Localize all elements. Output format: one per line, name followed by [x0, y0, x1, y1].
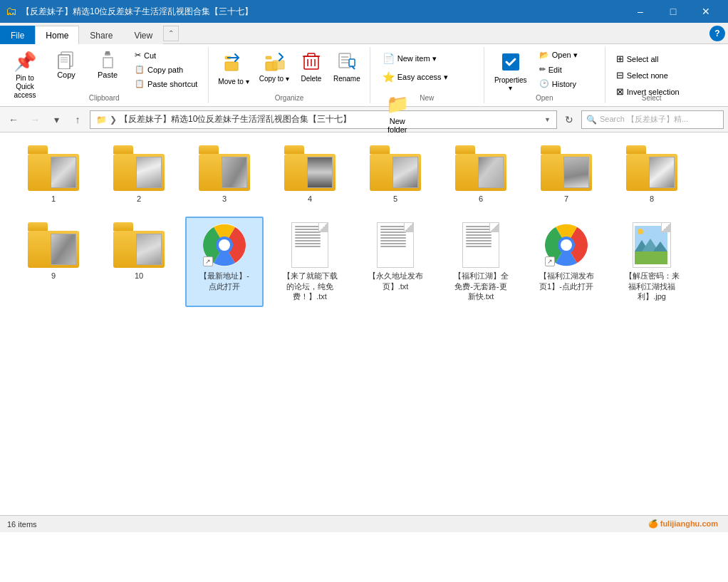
folder-icon-2 — [113, 145, 165, 191]
folder-name-1: 1 — [51, 194, 56, 204]
help-button[interactable]: ? — [709, 26, 725, 41]
svg-point-32 — [561, 239, 572, 251]
move-to-icon — [223, 51, 244, 76]
txt-file-2[interactable]: 【永久地址发布页】.txt — [356, 217, 435, 307]
paste-shortcut-button[interactable]: 📋 Paste shortcut — [130, 77, 202, 90]
minimize-button[interactable]: – — [624, 0, 657, 23]
ribbon-group-open: Properties ▾ 📂 Open ▾ ✏ Edit 🕑 History O… — [484, 47, 605, 103]
new-item-icon: 📄 — [383, 53, 395, 64]
properties-button[interactable]: Properties ▾ — [490, 47, 531, 95]
maximize-button[interactable]: □ — [657, 0, 690, 23]
easy-access-button[interactable]: ⭐ Easy access ▾ — [376, 68, 454, 85]
folder-item-8[interactable]: 8 — [613, 140, 691, 209]
folder-name-8: 8 — [650, 194, 654, 204]
txt-icon-1 — [291, 222, 328, 268]
folder-item-4[interactable]: 4 — [271, 140, 349, 209]
tab-file[interactable]: File — [0, 26, 35, 44]
copy-path-button[interactable]: 📋 Copy path — [130, 63, 202, 76]
paste-icon — [98, 51, 117, 69]
txt-icon-2 — [377, 222, 414, 268]
delete-icon — [302, 51, 321, 73]
cut-icon: ✂ — [135, 51, 141, 60]
ribbon: 📌 Pin to Quickaccess Copy Paste ✂ — [0, 44, 728, 107]
shortcut-arrow-icon: ↗ — [203, 256, 213, 266]
copy-label: Copy — [57, 71, 76, 79]
ribbon-group-select: ⊞ Select all ⊟ Select none ⊠ Invert sele… — [605, 47, 698, 103]
folder-item-1[interactable]: 1 — [14, 140, 93, 209]
select-all-button[interactable]: ⊞ Select all — [611, 51, 685, 66]
forward-button[interactable]: → — [26, 110, 44, 129]
edit-button[interactable]: ✏ Edit — [534, 63, 583, 76]
tab-home[interactable]: Home — [35, 26, 79, 44]
window-controls: – □ ✕ — [624, 0, 722, 23]
refresh-button[interactable]: ↻ — [560, 110, 578, 129]
tab-share[interactable]: Share — [79, 26, 123, 44]
cut-button[interactable]: ✂ Cut — [130, 48, 202, 62]
search-box[interactable]: 🔍 Search 【反差妹子】精... — [581, 110, 724, 129]
copy-button[interactable]: Copy — [47, 47, 85, 83]
close-button[interactable]: ✕ — [690, 0, 722, 23]
window-title: 【反差妹子】精选10位反差妹子生活淫乱视图合集【三十七】 — [21, 6, 624, 18]
address-path[interactable]: 📁 ❯ 【反差妹子】精选10位反差妹子生活淫乱视图合集【三十七】 ▼ — [90, 110, 557, 129]
tab-view[interactable]: View — [123, 26, 163, 44]
title-bar: 🗂 【反差妹子】精选10位反差妹子生活淫乱视图合集【三十七】 – □ ✕ — [0, 0, 728, 23]
paste-label: Paste — [98, 71, 118, 79]
status-bar: 16 items 🍊 fulijianghu.com — [0, 515, 728, 532]
history-button[interactable]: 🕑 History — [534, 77, 583, 90]
new-item-button[interactable]: 📄 New item ▾ — [376, 50, 454, 67]
folder-name-4: 4 — [308, 194, 312, 204]
folder-item-5[interactable]: 5 — [356, 140, 435, 209]
back-button[interactable]: ← — [4, 110, 23, 129]
folder-icon-6 — [455, 145, 506, 191]
select-label: Select — [605, 94, 698, 102]
ribbon-tab-bar: File Home Share View ⌃ ? — [0, 23, 728, 44]
search-icon: 🔍 — [586, 115, 597, 125]
folder-icon-7 — [541, 145, 592, 191]
up-button[interactable]: ↑ — [68, 110, 87, 129]
txt-file-3-name: 【福利江湖】全免费-无套路-更新快.txt — [454, 271, 509, 301]
folder-item-2[interactable]: 2 — [100, 140, 178, 209]
copy-path-icon: 📋 — [135, 65, 145, 74]
txt-file-3[interactable]: 【福利江湖】全免费-无套路-更新快.txt — [442, 217, 520, 307]
open-button[interactable]: 📂 Open ▾ — [534, 48, 583, 62]
txt-file-2-name: 【永久地址发布页】.txt — [368, 271, 423, 291]
jpg-file-1[interactable]: 【解压密码：来福利江湖找福利】.jpg — [613, 217, 691, 307]
txt-file-1[interactable]: 【来了就能下载的论坛，纯免费！】.txt — [271, 217, 349, 307]
file-area[interactable]: 1 2 3 4 5 — [0, 132, 728, 515]
folder-item-10[interactable]: 10 — [100, 217, 178, 307]
folder-icon-5 — [370, 145, 421, 191]
move-to-button[interactable]: Move to ▾ — [214, 47, 252, 88]
address-chevron: ❯ — [110, 115, 117, 125]
pin-icon: 📌 — [14, 51, 36, 73]
folder-icon-8 — [626, 145, 677, 191]
svg-rect-37 — [635, 251, 667, 264]
folder-item-7[interactable]: 7 — [527, 140, 605, 209]
folder-item-9[interactable]: 9 — [14, 217, 93, 307]
edit-icon: ✏ — [539, 65, 546, 74]
status-text: 16 items — [7, 520, 37, 529]
chrome-shortcut-1-name: 【最新地址】-点此打开 — [199, 271, 249, 291]
folder-item-3[interactable]: 3 — [185, 140, 264, 209]
easy-access-icon: ⭐ — [383, 71, 395, 83]
copy-icon — [57, 51, 76, 69]
chrome-shortcut-1[interactable]: ↗ 【最新地址】-点此打开 — [185, 217, 264, 307]
chrome-shortcut-2[interactable]: ↗ 【福利江湖发布页1】-点此打开 — [527, 217, 605, 307]
jpg-file-1-name: 【解压密码：来福利江湖找福利】.jpg — [625, 271, 680, 301]
svg-rect-5 — [103, 58, 113, 68]
paste-button[interactable]: Paste — [88, 47, 127, 83]
copy-to-button[interactable]: Copy to ▾ — [256, 47, 293, 85]
jpg-icon-1 — [633, 222, 671, 268]
delete-button[interactable]: Delete — [296, 47, 327, 85]
folder-name-3: 3 — [222, 194, 227, 204]
svg-rect-8 — [225, 62, 238, 71]
open-small-buttons: 📂 Open ▾ ✏ Edit 🕑 History — [534, 48, 583, 90]
shortcut-arrow-2-icon: ↗ — [545, 256, 555, 266]
rename-button[interactable]: Rename — [330, 47, 364, 85]
recent-locations-button[interactable]: ▾ — [47, 110, 66, 129]
chrome-icon-2: ↗ — [544, 222, 589, 268]
ribbon-collapse-button[interactable]: ⌃ — [163, 26, 179, 41]
svg-rect-12 — [266, 56, 271, 59]
folder-item-6[interactable]: 6 — [442, 140, 520, 209]
select-none-button[interactable]: ⊟ Select none — [611, 68, 685, 83]
folder-icon-9 — [28, 222, 79, 268]
